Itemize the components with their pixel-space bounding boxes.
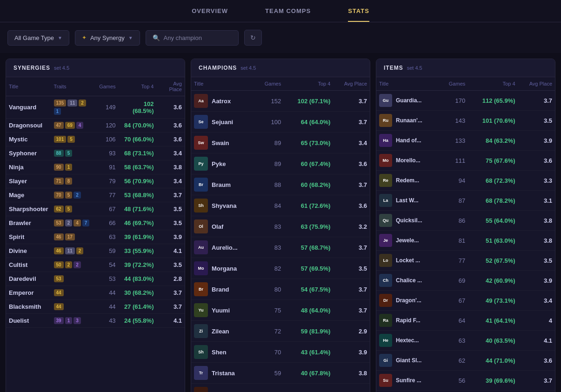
top4-value: 60 (67.4%) [284,153,333,174]
synergy-name: Emperor [9,289,33,296]
item-name: Morello... [396,157,421,164]
games-count: 44 [96,286,118,300]
table-row[interactable]: Vanguard1351121149102 (68.5%)3.6 [6,96,185,119]
avg-place-value: 3.9 [333,342,370,363]
table-row[interactable]: Au Aurelio... 8357 (68.7%)3.7 [191,237,370,258]
items-table: Title Games Top 4 Avg Place Gu Guardia..… [376,77,555,392]
avg-place-value: 3.4 [156,146,185,160]
table-row[interactable]: Dragonsoul4769412084 (70.0%)3.6 [6,119,185,133]
table-row[interactable]: Re Redem... 9468 (72.3%)3.3 [376,171,555,191]
synergies-title: SYNERGIES [13,65,50,71]
table-row[interactable]: Blacksmith444427 (61.4%)3.7 [6,300,185,314]
games-count: 75 [255,300,284,321]
table-row[interactable]: Yu Yuumi 7548 (64.0%)3.7 [191,300,370,321]
table-row[interactable]: Spirit46176339 (61.9%)3.9 [6,230,185,244]
table-row[interactable]: Je Jewele... 8151 (63.0%)3.8 [376,231,555,251]
table-row[interactable]: Aa Aatrox 152102 (67.1%)3.7 [191,91,370,112]
item-col-avg: Avg Place [518,77,555,91]
top4-value: 65 (73.0%) [284,133,333,153]
nav-tab-overview[interactable]: OVERVIEW [192,7,228,22]
top4-value: 41 (64.1%) [468,311,518,331]
top4-value: 30 (68.2%) [119,286,157,300]
nav-tab-stats[interactable]: STATS [348,7,369,22]
table-row[interactable]: Ninja9019158 (63.7%)3.8 [6,160,185,174]
trait-badge: 135 [54,100,67,106]
top4-value: 43 (61.4%) [284,342,333,363]
avg-place-value: 3.7 [333,237,370,258]
table-row[interactable]: Slayer7187956 (70.9%)3.4 [6,174,185,188]
table-row[interactable]: Dr Dragon'... 6749 (73.1%)3.4 [376,291,555,311]
top4-value: 49 (73.1%) [468,291,518,311]
table-row[interactable]: Sh Shyvana 8461 (72.6%)3.6 [191,195,370,216]
game-type-filter[interactable]: All Game Type ▼ [7,30,69,46]
table-row[interactable]: Ru Runaan'... 143101 (70.6%)3.5 [376,111,555,131]
synergies-set: set 4.5 [54,65,69,71]
top4-value: 68 (73.1%) [119,146,157,160]
refresh-button[interactable]: ↻ [244,30,262,46]
games-count: 56 [440,371,468,391]
table-row[interactable]: Brawler532476646 (69.7%)3.5 [6,216,185,230]
table-row[interactable]: Mo Morello... 11175 (67.6%)3.6 [376,151,555,171]
table-row[interactable]: Divine461125933 (55.9%)4.1 [6,244,185,258]
table-row[interactable]: Py Pyke 8960 (67.4%)3.6 [191,153,370,174]
champion-avatar: Au [194,240,208,254]
synergy-filter[interactable]: ✦ Any Synergy ▼ [75,30,140,46]
top4-value: 39 (61.9%) [119,230,157,244]
avg-place-value: 3.5 [156,202,185,216]
table-row[interactable]: Syphoner8859368 (73.1%)3.4 [6,146,185,160]
games-count: 67 [96,202,118,216]
table-row[interactable]: Daredevil535344 (83.0%)2.8 [6,272,185,286]
table-row[interactable]: Se Sejuani 10064 (64.0%)3.7 [191,112,370,133]
synergy-name: Blacksmith [9,303,41,310]
avg-place-value: 3.6 [333,153,370,174]
table-row[interactable]: Su Sunfire ... 5639 (69.6%)3.7 [376,371,555,391]
table-row[interactable]: Sw Swain 8965 (73.0%)3.4 [191,133,370,153]
table-row[interactable]: Mo Morgana 8257 (69.5%)3.5 [191,258,370,279]
avg-place-value: 3.6 [333,195,370,216]
champ-row-inner: Sw Swain [194,136,253,150]
item-row-inner: He Hextec... [379,334,437,347]
items-header-row: Title Games Top 4 Avg Place [376,77,555,91]
traits-cell: 885 [54,150,94,157]
table-row[interactable]: Cultist50225439 (72.2%)3.5 [6,258,185,272]
table-row[interactable]: Duelist39134324 (55.8%)4.1 [6,314,185,328]
table-row[interactable]: Ra Rapid F... 6441 (64.1%)4 [376,311,555,331]
table-row[interactable]: Zi Zilean 7259 (81.9%)2.9 [191,321,370,342]
top4-value: 57 (68.7%) [284,237,333,258]
item-row-inner: La Last W... [379,194,437,207]
table-row[interactable]: Sh Shroud ... 5541 (74.5%)3.5 [376,391,555,392]
games-count: 106 [96,133,118,146]
table-row[interactable]: Sh Shen 7043 (61.4%)3.9 [191,342,370,363]
table-row[interactable]: He Hextec... 6340 (63.5%)4.1 [376,331,555,351]
table-row[interactable]: Ol Olaf 8363 (75.9%)3.2 [191,216,370,237]
champion-name: Brand [212,286,229,293]
games-count: 143 [440,111,468,131]
item-row-inner: Re Redem... [379,174,437,187]
table-row[interactable]: Mystic101510670 (66.0%)3.6 [6,133,185,146]
table-row[interactable]: Tr Tristana 5940 (67.8%)3.8 [191,363,370,384]
table-row[interactable]: Br Brand 8054 (67.5%)3.7 [191,279,370,300]
table-row[interactable]: Qu Quicksil... 8655 (64.0%)3.8 [376,211,555,231]
avg-place-value: 3.5 [156,258,185,272]
table-row[interactable]: La Last W... 8768 (78.2%)3.1 [376,191,555,211]
table-row[interactable]: Gi Giant Sl... 6244 (71.0%)3.6 [376,351,555,371]
table-row[interactable]: Lo Locket ... 7752 (67.5%)3.5 [376,251,555,271]
table-row[interactable]: Ch Chalice ... 6942 (60.9%)3.9 [376,271,555,291]
table-row[interactable]: Gu Guardia... 170112 (65.9%)3.7 [376,91,555,111]
item-col-title: Title [376,77,440,91]
table-row[interactable]: Emperor444430 (68.2%)3.7 [6,286,185,300]
games-count: 43 [96,314,118,328]
nav-tab-team-comps[interactable]: TEAM COMPS [265,7,311,22]
table-row[interactable]: Sharpshooter6256748 (71.6%)3.5 [6,202,185,216]
champion-filter[interactable]: 🔍 Any champion [146,30,239,46]
top4-value: 84 (63.2%) [468,131,518,151]
table-row[interactable]: Mage70527753 (68.8%)3.7 [6,188,185,202]
top4-value: 39 (69.6%) [284,384,333,392]
item-icon: Qu [379,214,392,227]
table-row[interactable]: Br Braum 8860 (68.2%)3.7 [191,174,370,195]
table-row[interactable]: Ha Hand of... 13384 (63.2%)3.9 [376,131,555,151]
champ-row-inner: Py Pyke [194,157,253,171]
table-row[interactable]: Ch Cho'Gath 5639 (69.6%)3.5 [191,384,370,392]
item-icon: Mo [379,154,392,167]
avg-place-value: 3.7 [333,300,370,321]
